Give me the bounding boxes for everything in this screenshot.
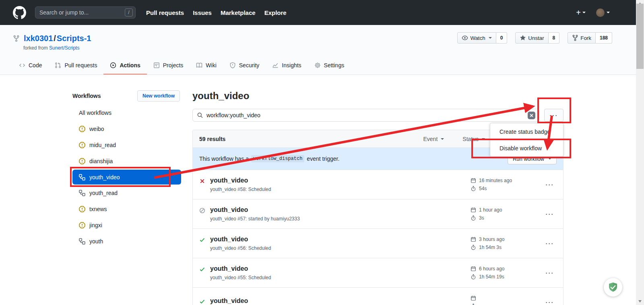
run-title-link[interactable]: youth_video [210,297,248,305]
event-filter-dropdown[interactable]: Event [423,136,444,142]
forked-from-line: forked from Sunert/Scripts [23,45,644,51]
stopwatch-icon [471,186,476,191]
run-options-kebab-button[interactable]: ··· [543,299,557,305]
runs-search-input[interactable] [206,112,525,118]
sidebar-item-youth_read[interactable]: youth_read [72,185,181,201]
warning-octagon-icon [79,206,85,212]
stopwatch-icon [471,215,476,221]
warning-octagon-icon [79,126,85,132]
success-check-icon [199,266,205,272]
fork-button[interactable]: Fork [568,32,596,44]
sidebar-item-txnews[interactable]: txnews [72,201,181,217]
nav-link-pull-requests[interactable]: Pull requests [146,9,184,16]
workflow-icon [79,190,85,196]
sidebar-item-youth_video[interactable]: youth_video [72,170,181,185]
github-logo-icon[interactable] [13,6,26,19]
workflows-sidebar: Workflows New workflow All workflows wei… [72,90,192,305]
sidebar-item-youth[interactable]: youth [72,233,181,249]
slash-key-hint: / [125,8,133,17]
results-count: 59 results [199,136,225,142]
star-count[interactable]: 8 [549,32,560,44]
workflows-heading: Workflows [72,93,101,99]
sidebar-item-all-workflows[interactable]: All workflows [72,105,181,121]
caret-down-icon [548,158,551,160]
global-search-input[interactable] [39,9,125,16]
tab-wiki[interactable]: Wiki [190,57,223,75]
caret-down-icon [582,12,586,13]
tab-code[interactable]: Code [12,57,48,75]
workflow-list: All workflows weibo midu_read dianshijia… [72,105,192,249]
nav-link-explore[interactable]: Explore [264,9,287,16]
tab-actions[interactable]: Actions [103,57,147,75]
calendar-icon [471,178,476,183]
calendar-icon [471,295,476,301]
run-row: youth_video ··· [193,287,563,305]
warning-octagon-icon [79,158,85,164]
repo-name-link[interactable]: Scripts-1 [57,34,91,43]
nav-link-marketplace[interactable]: Marketplace [221,9,256,16]
play-circle-icon [110,62,116,68]
sidebar-item-dianshijia[interactable]: dianshijia [72,153,181,169]
run-subtitle: youth_video #55: Scheduled [210,275,271,280]
calendar-icon [471,237,476,242]
unstar-button[interactable]: Unstar [515,32,548,44]
sidebar-item-midu_read[interactable]: midu_read [72,137,181,153]
tab-settings[interactable]: Settings [308,57,351,75]
sidebar-item-jingxi[interactable]: jingxi [72,217,181,233]
run-subtitle: youth_video #57: started by huamiyu2333 [210,216,300,222]
project-icon [153,62,160,68]
scroll-down-arrow-icon[interactable] [638,300,642,303]
menu-item-create-status-badge[interactable]: Create status badge [490,123,563,140]
runs-search-box[interactable]: ✕ [192,109,539,122]
shield-icon [229,62,236,68]
navbar-links: Pull requests Issues Marketplace Explore [146,9,287,16]
workflow-runs-panel: youth_video ✕ ··· 59 results Event Statu… [192,90,564,305]
create-new-menu[interactable]: + [576,8,586,17]
run-options-kebab-button[interactable]: ··· [543,211,557,218]
warning-octagon-icon [79,222,85,228]
adguard-extension-badge[interactable] [604,278,622,297]
watch-button[interactable]: Watch [457,32,496,44]
clear-search-button[interactable]: ✕ [528,112,535,119]
repo-owner-link[interactable]: lxk0301 [24,34,53,43]
menu-item-disable-workflow[interactable]: Disable workflow [490,140,563,156]
nav-link-issues[interactable]: Issues [193,9,212,16]
run-title-link[interactable]: youth_video [210,206,300,214]
success-check-icon [199,237,205,243]
run-title-link[interactable]: youth_video [210,265,271,272]
global-search-box[interactable]: / [35,6,136,19]
new-workflow-button[interactable]: New workflow [137,90,180,102]
run-title-link[interactable]: youth_video [210,177,271,184]
tab-security[interactable]: Security [223,57,266,75]
run-options-kebab-button[interactable]: ··· [543,181,557,188]
watch-count[interactable]: 0 [496,32,508,44]
run-row: youth_video youth_video #55: Scheduled 6… [193,258,563,287]
book-icon [196,62,202,68]
run-options-kebab-button[interactable]: ··· [543,270,557,276]
tab-projects[interactable]: Projects [147,57,190,75]
calendar-icon [471,266,476,272]
repo-forked-icon [572,35,578,41]
star-icon [520,35,526,41]
code-icon [19,62,25,68]
stopwatch-icon [471,274,476,280]
sidebar-item-weibo[interactable]: weibo [72,121,181,137]
success-check-icon [199,299,205,305]
run-options-kebab-button[interactable]: ··· [543,240,557,247]
code-chip: workflow_dispatch [251,155,304,162]
user-menu[interactable] [596,8,610,17]
caret-down-icon [489,37,492,39]
star-group: Unstar 8 [515,32,559,44]
tab-pull-requests[interactable]: Pull requests [48,57,103,75]
failure-x-icon [199,178,205,184]
green-shield-check-icon [607,282,619,293]
stopwatch-icon [471,245,476,250]
forked-from-link[interactable]: Sunert/Scripts [49,45,79,51]
fork-count[interactable]: 188 [596,32,612,44]
page-scrollbar[interactable] [636,0,644,305]
status-filter-dropdown[interactable]: Status [462,136,485,142]
workflow-options-kebab-button[interactable]: ··· [544,109,564,122]
run-title-link[interactable]: youth_video [210,236,271,243]
scrollbar-thumb[interactable] [636,4,644,69]
tab-insights[interactable]: Insights [266,57,308,75]
